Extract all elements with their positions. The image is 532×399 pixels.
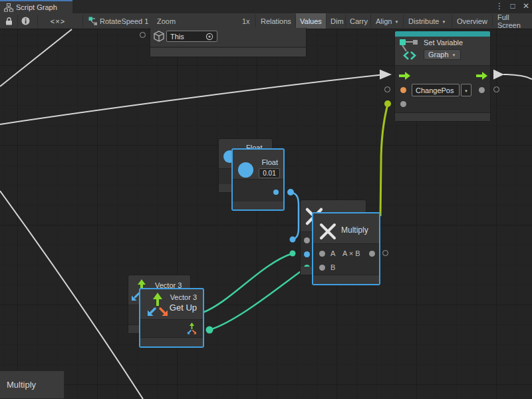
port-variable-name[interactable] — [400, 87, 406, 93]
set-variable-icon — [399, 39, 419, 61]
node-footer — [313, 275, 379, 284]
overview-button[interactable]: Overview — [453, 13, 491, 29]
chevron-down-icon: ▼ — [394, 20, 398, 24]
node-title: Multiply — [7, 380, 36, 390]
node-title: Float — [262, 158, 278, 166]
align-dropdown[interactable]: Align ▼ — [372, 13, 402, 29]
tab-bar: Script Graph ⋮ □ ✕ — [0, 0, 532, 13]
port-ring-setvariable-left[interactable] — [384, 86, 390, 92]
node-footer — [140, 337, 203, 346]
toolbar-separator — [82, 15, 83, 27]
toolbar-separator — [37, 15, 38, 27]
vector3-icon — [144, 291, 171, 319]
multiply-icon — [319, 222, 337, 241]
relations-button[interactable]: Relations — [257, 13, 295, 29]
node-float[interactable]: Float 0.01 — [231, 148, 285, 211]
node-title: Set Variable — [424, 39, 463, 47]
graph-breadcrumb-icon-wrap — [87, 13, 99, 29]
node-footer — [233, 201, 283, 209]
port-b[interactable] — [319, 265, 325, 271]
graph-asset-icon — [88, 17, 98, 25]
maximize-icon[interactable]: □ — [508, 1, 517, 11]
port-input-a[interactable] — [304, 251, 310, 257]
zoom-label: Zoom — [157, 13, 176, 29]
toolbar-separator — [370, 15, 371, 27]
window-controls: ⋮ □ ✕ — [495, 0, 531, 12]
this-object-field[interactable]: This — [166, 31, 217, 42]
object-picker-icon[interactable] — [205, 33, 213, 41]
port-input-value[interactable] — [400, 101, 406, 107]
node-body — [313, 243, 379, 276]
node-set-variable[interactable]: Set Variable Graph ▼ ChangePos ▼ — [394, 31, 491, 122]
port-ring-multiply-result[interactable] — [382, 250, 388, 256]
port-ring-setvariable-right[interactable] — [493, 86, 499, 92]
float-value-field[interactable]: 0.01 — [259, 168, 280, 178]
toolbar-separator — [403, 15, 404, 27]
window-menu-icon[interactable]: ⋮ — [495, 1, 504, 11]
node-vector3-get-up[interactable]: Vector 3 Get Up — [139, 288, 204, 348]
breadcrumb-graph-name[interactable]: RotateSpeed 1 — [100, 13, 148, 29]
graph-toolbar: <×> RotateSpeed 1 Zoom 1x Relations Valu… — [0, 13, 532, 29]
variable-name-dropdown-button[interactable]: ▼ — [461, 84, 471, 96]
port-b-label: B — [331, 263, 335, 271]
chevron-down-icon: ▼ — [442, 20, 446, 24]
fullscreen-button[interactable]: Full Screen — [493, 13, 532, 29]
lock-icon — [5, 17, 13, 25]
lock-button[interactable] — [3, 13, 15, 29]
toolbar-separator — [17, 15, 18, 27]
carry-button[interactable]: Carry — [346, 13, 372, 29]
unity-visual-scripting-window: Script Graph ⋮ □ ✕ <×> — [0, 0, 532, 399]
toolbar-separator — [492, 15, 493, 27]
script-graph-icon — [4, 3, 13, 12]
node-this[interactable]: This — [150, 28, 307, 57]
port-a[interactable] — [319, 251, 325, 257]
tab-script-graph[interactable]: Script Graph — [0, 1, 72, 13]
variable-kind-stripe — [395, 31, 490, 37]
variable-scope-dropdown[interactable]: Graph ▼ — [424, 49, 461, 60]
chevron-down-icon: ▼ — [464, 89, 468, 93]
info-icon — [21, 17, 30, 25]
variable-name-field[interactable]: ChangePos — [412, 84, 460, 96]
node-multiply[interactable]: Multiply A A × B B — [312, 212, 380, 285]
node-footer — [395, 112, 490, 121]
graph-name-label: RotateSpeed 1 — [100, 17, 148, 25]
chevron-down-icon: ▼ — [452, 53, 456, 57]
port-ring-this-input[interactable] — [140, 32, 146, 38]
port-result[interactable] — [369, 251, 375, 257]
code-view-toggle[interactable]: <×> — [41, 13, 74, 29]
zoom-value: 1x — [242, 13, 250, 29]
node-title: Multiply — [341, 225, 368, 235]
port-output-value[interactable] — [479, 87, 485, 93]
port-float-output[interactable] — [273, 190, 279, 195]
gameobject-cube-icon — [154, 31, 164, 42]
flow-input-arrow[interactable] — [399, 72, 410, 80]
toolbar-separator — [452, 15, 452, 27]
dim-button[interactable]: Dim — [327, 13, 348, 29]
port-a-label: A — [331, 249, 335, 257]
float-icon — [238, 162, 253, 178]
values-button[interactable]: Values — [296, 13, 326, 29]
info-button[interactable] — [19, 13, 31, 29]
toolbar-separator — [255, 15, 256, 27]
tab-label: Script Graph — [16, 3, 57, 11]
port-vector3-output-icon[interactable] — [186, 323, 198, 336]
distribute-dropdown[interactable]: Distribute ▼ — [404, 13, 450, 29]
this-field-value: This — [170, 33, 184, 41]
port-result-label: A × B — [342, 249, 360, 257]
flow-output-arrow[interactable] — [476, 72, 487, 80]
node-title: Vector 3 — [170, 293, 197, 301]
node-subtitle: Get Up — [170, 303, 197, 313]
code-view-glyph: <×> — [51, 17, 65, 25]
close-icon[interactable]: ✕ — [521, 1, 531, 11]
node-footer — [150, 47, 306, 57]
port-input[interactable] — [304, 237, 310, 243]
node-multiply-offscreen[interactable]: Multiply — [0, 370, 65, 399]
